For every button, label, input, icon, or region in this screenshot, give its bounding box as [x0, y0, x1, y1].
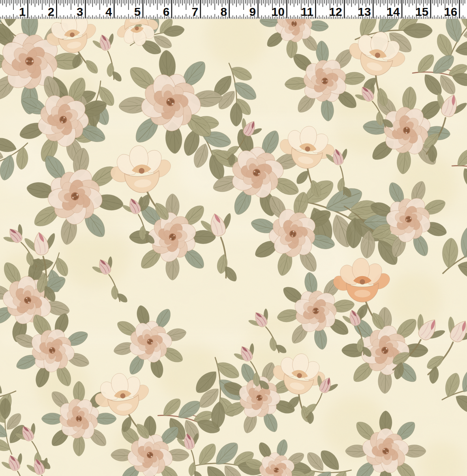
ruler-number: 10	[272, 5, 285, 18]
ruler-number: 9	[249, 5, 256, 18]
ruler-number: 5	[134, 5, 141, 18]
fabric-swatch-image: 12345678910111213141516	[0, 0, 467, 476]
ruler-number: 8	[221, 5, 227, 18]
ruler-number: 11	[301, 5, 313, 18]
ruler-number: 15	[415, 5, 428, 18]
ruler-number: 14	[386, 5, 400, 18]
ruler-number: 4	[105, 5, 112, 18]
fabric-swatch-photo: 12345678910111213141516	[0, 0, 467, 476]
ruler-number: 16	[444, 5, 457, 18]
fabric-pattern	[0, 0, 467, 476]
ruler-number: 6	[163, 5, 170, 18]
ruler-number: 12	[329, 5, 342, 18]
ruler-number: 13	[358, 5, 371, 18]
ruler-number: 1	[19, 5, 26, 18]
ruler-number: 2	[48, 5, 54, 18]
ruler-number: 7	[192, 5, 199, 18]
ruler-number: 3	[77, 5, 83, 18]
ruler: 12345678910111213141516	[0, 0, 467, 19]
